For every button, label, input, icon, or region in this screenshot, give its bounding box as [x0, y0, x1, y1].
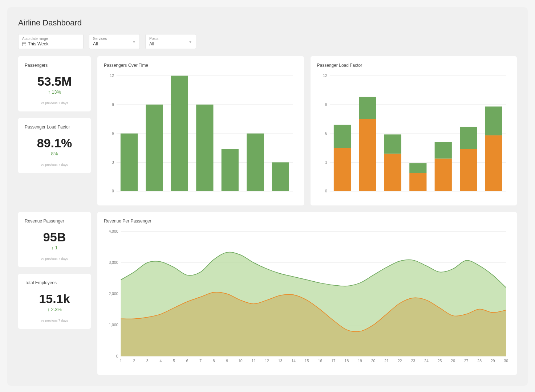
svg-rect-28	[333, 125, 350, 148]
svg-rect-34	[409, 163, 426, 173]
svg-text:19: 19	[358, 359, 362, 363]
svg-text:10: 10	[238, 359, 243, 363]
svg-text:5: 5	[173, 359, 175, 363]
chart-title: Revenue Per Passenger	[104, 219, 510, 224]
kpi-sub: vs previous 7 days	[25, 101, 84, 105]
svg-text:6: 6	[325, 131, 327, 135]
kpi-title: Passenger Load Factor	[25, 124, 84, 130]
kpi-column-1: Passengers 53.5M ↑ 13% vs previous 7 day…	[18, 56, 91, 205]
filter-services[interactable]: Services All ▼	[89, 34, 140, 49]
svg-text:8: 8	[213, 359, 215, 363]
svg-text:28: 28	[477, 359, 482, 363]
svg-text:12: 12	[110, 74, 114, 78]
kpi-change: ↑ 1	[25, 245, 84, 250]
svg-rect-37	[460, 149, 477, 191]
svg-rect-32	[384, 134, 401, 154]
svg-rect-35	[434, 159, 451, 191]
svg-text:6: 6	[186, 359, 189, 363]
kpi-value: 89.1%	[25, 136, 84, 150]
filter-date-range[interactable]: Auto date range This Week	[18, 34, 84, 49]
filter-label: Services	[93, 37, 136, 41]
stacked-bar-chart-svg: 036912	[317, 72, 511, 197]
kpi-total-employees: Total Employees 15.1k ↑ 2.3% vs previous…	[18, 274, 91, 329]
svg-text:12: 12	[323, 74, 327, 78]
chevron-down-icon: ▼	[189, 40, 192, 44]
chevron-down-icon: ▼	[132, 40, 136, 44]
svg-rect-36	[434, 142, 451, 159]
svg-text:13: 13	[278, 359, 283, 363]
svg-rect-39	[485, 135, 502, 191]
svg-text:26: 26	[451, 359, 455, 363]
svg-text:22: 22	[398, 359, 402, 363]
svg-text:7: 7	[199, 359, 202, 363]
filter-value: All	[93, 41, 136, 46]
dashboard-grid: Passengers 53.5M ↑ 13% vs previous 7 day…	[18, 56, 517, 375]
svg-text:18: 18	[345, 359, 349, 363]
kpi-sub: vs previous 7 days	[25, 163, 84, 167]
svg-text:0: 0	[325, 189, 327, 193]
svg-text:0: 0	[112, 189, 114, 193]
svg-text:14: 14	[291, 359, 296, 363]
svg-text:0: 0	[116, 354, 118, 358]
svg-text:9: 9	[226, 359, 228, 363]
kpi-column-2: Revenue Passenger 95B ↑ 1 vs previous 7 …	[18, 212, 91, 375]
chart-passenger-load-factor: Passenger Load Factor 036912	[311, 56, 517, 205]
filter-value: This Week	[22, 41, 80, 46]
svg-text:21: 21	[384, 359, 389, 363]
svg-text:3: 3	[112, 160, 114, 164]
calendar-icon	[22, 42, 26, 46]
svg-text:15: 15	[305, 359, 309, 363]
svg-text:3: 3	[325, 160, 327, 164]
area-chart-svg: 01,0002,0003,0004,0001234567891011121314…	[104, 227, 510, 367]
kpi-change: ↑ 13%	[25, 89, 84, 95]
svg-text:23: 23	[411, 359, 415, 363]
kpi-title: Revenue Passenger	[25, 219, 84, 224]
svg-rect-14	[222, 149, 239, 191]
chart-revenue-per-passenger: Revenue Per Passenger 01,0002,0003,0004,…	[97, 212, 517, 375]
chart-title: Passengers Over Time	[104, 63, 297, 68]
svg-text:24: 24	[424, 359, 429, 363]
svg-text:9: 9	[325, 103, 327, 107]
svg-rect-27	[333, 148, 350, 191]
svg-rect-30	[359, 97, 376, 119]
page-title: Airline Dashboard	[18, 18, 517, 28]
svg-text:4: 4	[159, 359, 162, 363]
svg-rect-10	[121, 134, 138, 191]
svg-text:11: 11	[252, 359, 256, 363]
kpi-sub: vs previous 7 days	[25, 319, 84, 322]
svg-text:1,000: 1,000	[109, 323, 118, 327]
svg-rect-38	[460, 127, 477, 149]
svg-text:1: 1	[120, 359, 122, 363]
filter-posts[interactable]: Posts All ▼	[145, 34, 196, 49]
kpi-title: Total Employees	[25, 280, 84, 285]
svg-rect-29	[359, 119, 376, 191]
kpi-load-factor: Passenger Load Factor 89.1% 8% vs previo…	[18, 118, 91, 173]
dashboard-container: Airline Dashboard Auto date range This W…	[7, 7, 528, 386]
svg-text:2: 2	[133, 359, 135, 363]
svg-text:3,000: 3,000	[109, 261, 118, 265]
chart-passengers-over-time: Passengers Over Time 036912	[97, 56, 304, 205]
filter-date-range-text: This Week	[28, 41, 48, 46]
bar-chart-svg: 036912	[104, 72, 297, 197]
svg-text:16: 16	[318, 359, 322, 363]
svg-text:9: 9	[112, 103, 114, 107]
kpi-revenue-passenger: Revenue Passenger 95B ↑ 1 vs previous 7 …	[18, 212, 91, 267]
svg-rect-12	[171, 76, 188, 191]
filter-bar: Auto date range This Week Services All ▼…	[18, 34, 517, 49]
svg-rect-16	[272, 162, 289, 191]
svg-text:2,000: 2,000	[109, 292, 118, 296]
svg-text:17: 17	[331, 359, 336, 363]
filter-value: All	[149, 41, 192, 46]
kpi-change: 8%	[25, 151, 84, 156]
svg-rect-11	[146, 105, 163, 191]
filter-label: Auto date range	[22, 37, 80, 41]
svg-text:27: 27	[464, 359, 469, 363]
svg-text:3: 3	[146, 359, 149, 363]
kpi-passengers: Passengers 53.5M ↑ 13% vs previous 7 day…	[18, 56, 91, 111]
kpi-value: 15.1k	[25, 292, 84, 306]
kpi-value: 53.5M	[25, 74, 84, 89]
svg-rect-31	[384, 154, 401, 191]
svg-rect-33	[409, 173, 426, 191]
svg-text:25: 25	[438, 359, 442, 363]
kpi-sub: vs previous 7 days	[25, 257, 84, 261]
